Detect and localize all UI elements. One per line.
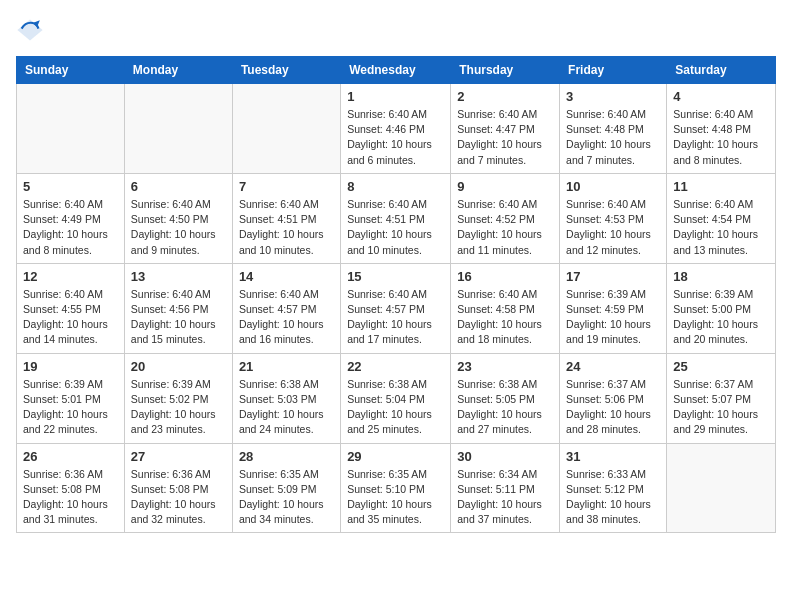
logo-icon <box>16 16 44 44</box>
day-info: Sunrise: 6:38 AM Sunset: 5:03 PM Dayligh… <box>239 377 334 438</box>
day-info: Sunrise: 6:40 AM Sunset: 4:48 PM Dayligh… <box>673 107 769 168</box>
day-info: Sunrise: 6:40 AM Sunset: 4:49 PM Dayligh… <box>23 197 118 258</box>
day-number: 29 <box>347 449 444 464</box>
day-number: 23 <box>457 359 553 374</box>
day-cell: 28Sunrise: 6:35 AM Sunset: 5:09 PM Dayli… <box>232 443 340 533</box>
day-cell: 17Sunrise: 6:39 AM Sunset: 4:59 PM Dayli… <box>560 263 667 353</box>
day-number: 31 <box>566 449 660 464</box>
header-tuesday: Tuesday <box>232 57 340 84</box>
header-thursday: Thursday <box>451 57 560 84</box>
week-row-4: 19Sunrise: 6:39 AM Sunset: 5:01 PM Dayli… <box>17 353 776 443</box>
day-cell: 5Sunrise: 6:40 AM Sunset: 4:49 PM Daylig… <box>17 173 125 263</box>
day-number: 6 <box>131 179 226 194</box>
day-number: 5 <box>23 179 118 194</box>
day-number: 2 <box>457 89 553 104</box>
day-number: 28 <box>239 449 334 464</box>
day-cell: 8Sunrise: 6:40 AM Sunset: 4:51 PM Daylig… <box>341 173 451 263</box>
day-number: 18 <box>673 269 769 284</box>
day-info: Sunrise: 6:40 AM Sunset: 4:56 PM Dayligh… <box>131 287 226 348</box>
day-number: 1 <box>347 89 444 104</box>
day-cell: 31Sunrise: 6:33 AM Sunset: 5:12 PM Dayli… <box>560 443 667 533</box>
header-sunday: Sunday <box>17 57 125 84</box>
day-number: 14 <box>239 269 334 284</box>
day-cell: 16Sunrise: 6:40 AM Sunset: 4:58 PM Dayli… <box>451 263 560 353</box>
day-info: Sunrise: 6:37 AM Sunset: 5:06 PM Dayligh… <box>566 377 660 438</box>
day-cell: 26Sunrise: 6:36 AM Sunset: 5:08 PM Dayli… <box>17 443 125 533</box>
day-cell <box>124 84 232 174</box>
header-saturday: Saturday <box>667 57 776 84</box>
week-row-3: 12Sunrise: 6:40 AM Sunset: 4:55 PM Dayli… <box>17 263 776 353</box>
day-number: 7 <box>239 179 334 194</box>
day-number: 3 <box>566 89 660 104</box>
day-cell: 21Sunrise: 6:38 AM Sunset: 5:03 PM Dayli… <box>232 353 340 443</box>
day-info: Sunrise: 6:35 AM Sunset: 5:10 PM Dayligh… <box>347 467 444 528</box>
day-cell: 3Sunrise: 6:40 AM Sunset: 4:48 PM Daylig… <box>560 84 667 174</box>
day-cell: 13Sunrise: 6:40 AM Sunset: 4:56 PM Dayli… <box>124 263 232 353</box>
day-number: 30 <box>457 449 553 464</box>
day-cell: 25Sunrise: 6:37 AM Sunset: 5:07 PM Dayli… <box>667 353 776 443</box>
day-info: Sunrise: 6:39 AM Sunset: 4:59 PM Dayligh… <box>566 287 660 348</box>
day-info: Sunrise: 6:40 AM Sunset: 4:58 PM Dayligh… <box>457 287 553 348</box>
day-number: 11 <box>673 179 769 194</box>
day-info: Sunrise: 6:40 AM Sunset: 4:54 PM Dayligh… <box>673 197 769 258</box>
day-number: 9 <box>457 179 553 194</box>
day-number: 27 <box>131 449 226 464</box>
day-cell: 7Sunrise: 6:40 AM Sunset: 4:51 PM Daylig… <box>232 173 340 263</box>
logo <box>16 16 48 44</box>
day-cell: 22Sunrise: 6:38 AM Sunset: 5:04 PM Dayli… <box>341 353 451 443</box>
day-number: 12 <box>23 269 118 284</box>
calendar-table: SundayMondayTuesdayWednesdayThursdayFrid… <box>16 56 776 533</box>
day-cell: 27Sunrise: 6:36 AM Sunset: 5:08 PM Dayli… <box>124 443 232 533</box>
day-info: Sunrise: 6:36 AM Sunset: 5:08 PM Dayligh… <box>131 467 226 528</box>
day-cell <box>232 84 340 174</box>
calendar-header-row: SundayMondayTuesdayWednesdayThursdayFrid… <box>17 57 776 84</box>
day-number: 26 <box>23 449 118 464</box>
day-cell: 14Sunrise: 6:40 AM Sunset: 4:57 PM Dayli… <box>232 263 340 353</box>
week-row-1: 1Sunrise: 6:40 AM Sunset: 4:46 PM Daylig… <box>17 84 776 174</box>
day-number: 4 <box>673 89 769 104</box>
day-cell: 24Sunrise: 6:37 AM Sunset: 5:06 PM Dayli… <box>560 353 667 443</box>
day-number: 25 <box>673 359 769 374</box>
day-number: 10 <box>566 179 660 194</box>
day-cell: 20Sunrise: 6:39 AM Sunset: 5:02 PM Dayli… <box>124 353 232 443</box>
page-header <box>16 16 776 44</box>
day-info: Sunrise: 6:35 AM Sunset: 5:09 PM Dayligh… <box>239 467 334 528</box>
day-cell: 6Sunrise: 6:40 AM Sunset: 4:50 PM Daylig… <box>124 173 232 263</box>
day-info: Sunrise: 6:40 AM Sunset: 4:48 PM Dayligh… <box>566 107 660 168</box>
day-cell: 29Sunrise: 6:35 AM Sunset: 5:10 PM Dayli… <box>341 443 451 533</box>
day-cell: 15Sunrise: 6:40 AM Sunset: 4:57 PM Dayli… <box>341 263 451 353</box>
day-cell: 2Sunrise: 6:40 AM Sunset: 4:47 PM Daylig… <box>451 84 560 174</box>
day-cell: 18Sunrise: 6:39 AM Sunset: 5:00 PM Dayli… <box>667 263 776 353</box>
day-cell: 12Sunrise: 6:40 AM Sunset: 4:55 PM Dayli… <box>17 263 125 353</box>
day-cell: 9Sunrise: 6:40 AM Sunset: 4:52 PM Daylig… <box>451 173 560 263</box>
day-info: Sunrise: 6:39 AM Sunset: 5:00 PM Dayligh… <box>673 287 769 348</box>
day-info: Sunrise: 6:40 AM Sunset: 4:46 PM Dayligh… <box>347 107 444 168</box>
day-info: Sunrise: 6:40 AM Sunset: 4:52 PM Dayligh… <box>457 197 553 258</box>
day-info: Sunrise: 6:33 AM Sunset: 5:12 PM Dayligh… <box>566 467 660 528</box>
day-info: Sunrise: 6:40 AM Sunset: 4:53 PM Dayligh… <box>566 197 660 258</box>
header-friday: Friday <box>560 57 667 84</box>
day-info: Sunrise: 6:34 AM Sunset: 5:11 PM Dayligh… <box>457 467 553 528</box>
day-number: 22 <box>347 359 444 374</box>
header-monday: Monday <box>124 57 232 84</box>
day-number: 16 <box>457 269 553 284</box>
day-cell: 30Sunrise: 6:34 AM Sunset: 5:11 PM Dayli… <box>451 443 560 533</box>
header-wednesday: Wednesday <box>341 57 451 84</box>
day-cell: 19Sunrise: 6:39 AM Sunset: 5:01 PM Dayli… <box>17 353 125 443</box>
day-number: 17 <box>566 269 660 284</box>
day-number: 24 <box>566 359 660 374</box>
day-info: Sunrise: 6:40 AM Sunset: 4:51 PM Dayligh… <box>347 197 444 258</box>
day-info: Sunrise: 6:40 AM Sunset: 4:57 PM Dayligh… <box>239 287 334 348</box>
day-number: 20 <box>131 359 226 374</box>
day-info: Sunrise: 6:39 AM Sunset: 5:01 PM Dayligh… <box>23 377 118 438</box>
week-row-2: 5Sunrise: 6:40 AM Sunset: 4:49 PM Daylig… <box>17 173 776 263</box>
day-number: 8 <box>347 179 444 194</box>
day-info: Sunrise: 6:37 AM Sunset: 5:07 PM Dayligh… <box>673 377 769 438</box>
day-cell: 1Sunrise: 6:40 AM Sunset: 4:46 PM Daylig… <box>341 84 451 174</box>
day-cell: 4Sunrise: 6:40 AM Sunset: 4:48 PM Daylig… <box>667 84 776 174</box>
day-info: Sunrise: 6:39 AM Sunset: 5:02 PM Dayligh… <box>131 377 226 438</box>
day-info: Sunrise: 6:40 AM Sunset: 4:50 PM Dayligh… <box>131 197 226 258</box>
week-row-5: 26Sunrise: 6:36 AM Sunset: 5:08 PM Dayli… <box>17 443 776 533</box>
day-cell <box>17 84 125 174</box>
day-info: Sunrise: 6:38 AM Sunset: 5:04 PM Dayligh… <box>347 377 444 438</box>
